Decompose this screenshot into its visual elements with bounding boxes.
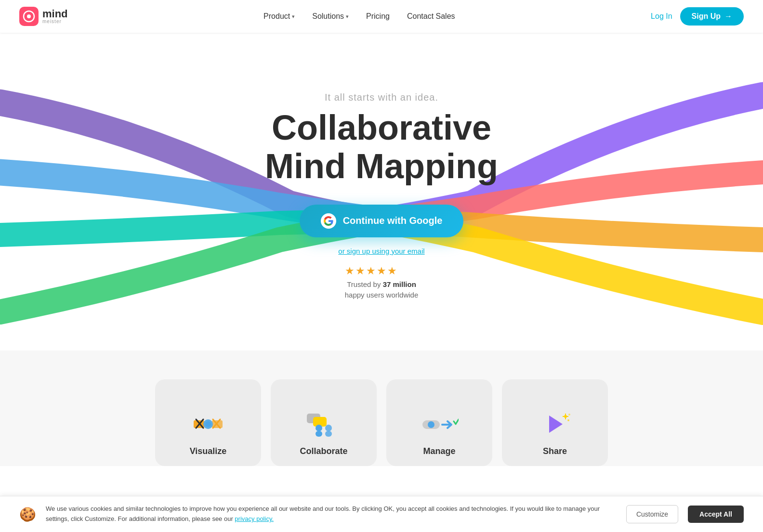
feature-share-label: Share <box>543 446 567 456</box>
star-rating: ★★★★★ <box>345 265 419 277</box>
nav-contact[interactable]: Contact Sales <box>407 12 455 21</box>
arrow-right-icon: → <box>724 12 732 21</box>
nav-pricing[interactable]: Pricing <box>366 12 390 21</box>
google-icon <box>321 213 336 229</box>
manage-icon <box>420 410 459 439</box>
hero-title: Collaborative Mind Mapping <box>265 109 498 185</box>
cta-area: Continue with Google or sign up using yo… <box>300 205 464 301</box>
logo[interactable]: mind meister <box>19 7 68 26</box>
svg-rect-15 <box>325 431 332 437</box>
feature-share[interactable]: Share <box>502 379 608 466</box>
google-signin-button[interactable]: Continue with Google <box>300 205 464 237</box>
nav-actions: Log In Sign Up → <box>651 7 744 26</box>
svg-point-17 <box>428 421 434 428</box>
feature-collaborate[interactable]: Collaborate <box>271 379 377 466</box>
trust-area: ★★★★★ Trusted by 37 million happy users … <box>345 265 419 301</box>
feature-visualize-label: Visualize <box>190 446 227 456</box>
nav-solutions[interactable]: Solutions ▾ <box>312 12 349 21</box>
logo-text: mind meister <box>42 9 68 24</box>
nav-links: Product ▾ Solutions ▾ Pricing Contact Sa… <box>263 12 455 21</box>
svg-point-14 <box>325 425 332 431</box>
visualize-icon <box>189 410 227 439</box>
signup-button[interactable]: Sign Up → <box>680 7 744 26</box>
svg-marker-19 <box>549 415 563 433</box>
feature-visualize[interactable]: Visualize <box>155 379 261 466</box>
collaborate-icon <box>304 410 343 439</box>
chevron-down-icon: ▾ <box>346 13 349 20</box>
login-button[interactable]: Log In <box>651 12 672 21</box>
mind-map-visual <box>0 33 763 350</box>
logo-mind-label: mind <box>42 9 68 19</box>
svg-rect-13 <box>316 431 322 437</box>
feature-collaborate-label: Collaborate <box>300 446 347 456</box>
google-logo-svg <box>324 216 333 226</box>
feature-manage[interactable]: Manage <box>386 379 492 466</box>
features-section: Visualize Collaborate <box>0 350 763 466</box>
share-icon <box>536 410 574 439</box>
svg-point-9 <box>205 421 211 427</box>
nav-product[interactable]: Product ▾ <box>263 12 295 21</box>
chevron-down-icon: ▾ <box>292 13 295 20</box>
svg-point-21 <box>567 419 569 421</box>
logo-sub-label: meister <box>42 19 68 24</box>
logo-icon <box>19 7 39 26</box>
svg-point-22 <box>568 414 570 415</box>
svg-point-1 <box>27 14 31 18</box>
trust-text: Trusted by 37 million happy users worldw… <box>345 279 419 301</box>
email-signup-link[interactable]: or sign up using your email <box>338 247 424 255</box>
main-nav: mind meister Product ▾ Solutions ▾ Prici… <box>0 0 763 33</box>
svg-point-12 <box>316 425 322 431</box>
hero-subtitle: It all starts with an idea. <box>325 92 438 103</box>
feature-manage-label: Manage <box>423 446 455 456</box>
hero-section: It all starts with an idea. Collaborativ… <box>0 33 763 350</box>
logo-svg <box>23 10 35 23</box>
svg-point-20 <box>564 415 567 418</box>
